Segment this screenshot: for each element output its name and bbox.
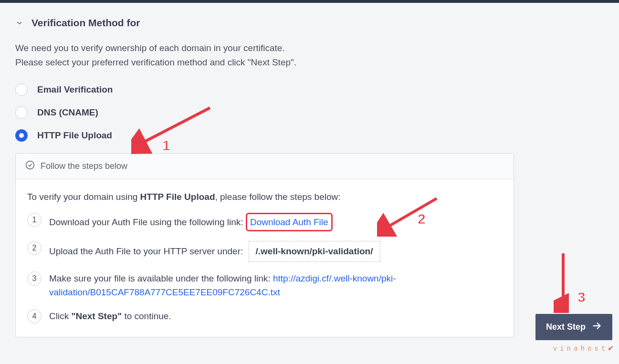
- step-number: 1: [27, 213, 42, 227]
- section-header[interactable]: Verification Method for: [15, 17, 604, 29]
- upload-path-box[interactable]: /.well-known/pki-validation/: [249, 241, 380, 261]
- option-label: Email Verification: [37, 84, 113, 95]
- option-http[interactable]: HTTP File Upload: [15, 129, 604, 142]
- section-title: Verification Method for: [31, 17, 140, 29]
- intro-text: We need you to verify ownership of each …: [15, 41, 604, 70]
- step-text: Upload the Auth File to your HTTP server…: [49, 241, 502, 261]
- step-number: 3: [27, 271, 42, 286]
- steps-card-header: Follow the steps below: [16, 154, 514, 179]
- step-text: Download your Auth File using the follow…: [49, 213, 502, 231]
- step-2: 2 Upload the Auth File to your HTTP serv…: [27, 241, 502, 261]
- step-text: Make sure your file is available under t…: [49, 271, 502, 300]
- svg-point-0: [26, 161, 34, 169]
- step-list: 1 Download your Auth File using the foll…: [27, 213, 502, 323]
- download-auth-link[interactable]: Download Auth File: [250, 217, 328, 227]
- verification-options: Email Verification DNS (CNAME) HTTP File…: [15, 83, 604, 142]
- option-email[interactable]: Email Verification: [15, 83, 604, 96]
- option-dns[interactable]: DNS (CNAME): [15, 106, 604, 119]
- chevron-down-icon: [15, 19, 24, 27]
- steps-intro: To verify your domain using HTTP File Up…: [27, 192, 502, 202]
- step-number: 4: [27, 309, 42, 323]
- next-step-label: Next Step: [546, 322, 586, 332]
- step-1: 1 Download your Auth File using the foll…: [27, 213, 502, 231]
- step-number: 2: [27, 241, 42, 255]
- radio-icon[interactable]: [15, 129, 28, 142]
- step-3: 3 Make sure your file is available under…: [27, 271, 502, 300]
- arrow-right-icon: [591, 321, 602, 333]
- steps-body: To verify your domain using HTTP File Up…: [16, 179, 514, 337]
- option-label: DNS (CNAME): [37, 107, 98, 118]
- watermark: vinahost✔: [553, 343, 613, 353]
- step-4: 4 Click "Next Step" to continue.: [27, 309, 502, 323]
- radio-icon[interactable]: [15, 83, 28, 96]
- step-text: Click "Next Step" to continue.: [49, 309, 502, 323]
- check-circle-icon: [25, 160, 35, 172]
- option-label: HTTP File Upload: [37, 130, 112, 141]
- intro-line: Please select your preferred verificatio…: [15, 55, 604, 70]
- next-step-button[interactable]: Next Step: [535, 314, 612, 340]
- main-panel: Verification Method for We need you to v…: [0, 3, 619, 337]
- radio-icon[interactable]: [15, 106, 28, 119]
- intro-line: We need you to verify ownership of each …: [15, 41, 604, 55]
- steps-header-text: Follow the steps below: [41, 161, 127, 171]
- steps-card: Follow the steps below To verify your do…: [15, 153, 514, 337]
- download-auth-highlight: Download Auth File: [246, 213, 333, 231]
